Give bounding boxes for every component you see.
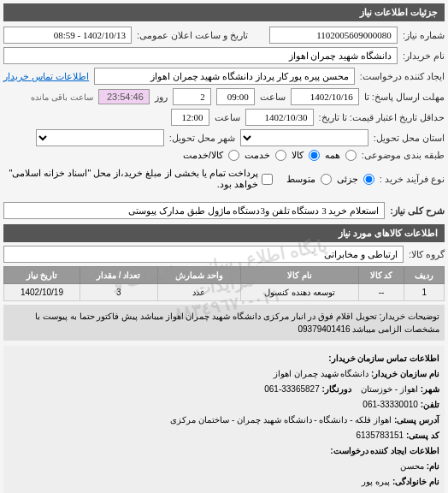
radio-mixed[interactable] bbox=[228, 150, 239, 161]
treasury-checkbox[interactable] bbox=[262, 174, 273, 185]
time-label-1: ساعت bbox=[260, 92, 286, 103]
radio-service[interactable] bbox=[275, 150, 286, 161]
number-input[interactable] bbox=[269, 27, 398, 44]
radio-service-label: خدمت bbox=[245, 150, 270, 161]
group-label: گروه کالا: bbox=[409, 249, 445, 260]
th-row: ردیف bbox=[404, 267, 445, 284]
deadline-time-input[interactable] bbox=[216, 88, 255, 105]
fax-label: دورنگار: bbox=[322, 384, 351, 394]
buyer-label: نام خریدار: bbox=[403, 50, 445, 62]
radio-goods-label: کالا bbox=[292, 150, 304, 161]
cell-row: 1 bbox=[404, 284, 445, 301]
cell-qty: 3 bbox=[80, 284, 157, 301]
deadline-label: مهلت ارسال پاسخ: تا bbox=[364, 92, 445, 103]
notes-box: توضیحات خریدار: تحویل اقلام فوق در انبار… bbox=[3, 305, 445, 341]
radio-all-label: همه bbox=[325, 150, 340, 161]
announce-input[interactable] bbox=[3, 27, 132, 44]
remaining-label: ساعت باقی مانده bbox=[31, 92, 93, 102]
city-select[interactable] bbox=[36, 129, 164, 146]
cell-code: -- bbox=[358, 284, 404, 301]
radio-mixed-label: کالا/خدمت bbox=[183, 150, 223, 161]
creator-title: اطلاعات ایجاد کننده درخواست: bbox=[330, 446, 439, 455]
address-label: آدرس پستی: bbox=[394, 415, 439, 425]
validity-date-input[interactable] bbox=[245, 109, 314, 126]
number-label: شماره نیاز: bbox=[403, 30, 445, 41]
contact-title: اطلاعات تماس سازمان خریدار: bbox=[328, 353, 439, 363]
desc-label: شرح کلی نیاز: bbox=[390, 205, 445, 217]
radio-small[interactable] bbox=[363, 174, 374, 185]
deadline-date-input[interactable] bbox=[291, 88, 359, 105]
buyer-input[interactable] bbox=[3, 47, 398, 64]
phone-value: 33330010-061 bbox=[363, 400, 418, 409]
contact-link[interactable]: اطلاعات تماس خریدار bbox=[3, 71, 89, 82]
validity-time-input[interactable] bbox=[171, 109, 209, 126]
postal-label: کد پستی: bbox=[406, 431, 439, 440]
page-header: جزئیات اطلاعات نیاز bbox=[3, 3, 445, 21]
radio-all[interactable] bbox=[345, 150, 357, 161]
fax-value: 33365827-061 bbox=[264, 384, 320, 394]
category-label: طبقه بندی موضوعی: bbox=[362, 150, 445, 161]
th-code: کد کالا bbox=[358, 267, 404, 284]
city-label: شهر: bbox=[421, 384, 439, 394]
goods-section-title: اطلاعات کالاهای مورد نیاز bbox=[3, 224, 445, 242]
delivery-city-label: شهر محل تحویل: bbox=[169, 133, 235, 144]
time-label-2: ساعت bbox=[215, 112, 240, 123]
announce-label: تاریخ و ساعت اعلان عمومی: bbox=[137, 30, 248, 41]
radio-goods[interactable] bbox=[309, 150, 320, 161]
name-label: نام: bbox=[427, 461, 439, 471]
th-qty: تعداد / مقدار bbox=[80, 267, 157, 284]
th-date: تاریخ نیاز bbox=[4, 267, 80, 284]
checkbox-label: پرداخت تمام یا بخشی از مبلغ خرید،از محل … bbox=[3, 168, 258, 190]
address-value: اهواز فلکه - دانشگاه - دانشگاه شهید چمرا… bbox=[170, 415, 392, 425]
notes-label: توضیحات خریدار: bbox=[379, 312, 439, 321]
radio-medium[interactable] bbox=[321, 174, 332, 185]
purchase-type-label: نوع فرآیند خرید : bbox=[380, 174, 445, 185]
province-value: - خوزستان bbox=[361, 384, 398, 394]
org-label: نام سازمان خریدار: bbox=[371, 369, 439, 378]
radio-medium-label: متوسط bbox=[286, 174, 315, 185]
creator-label: ایجاد کننده درخواست: bbox=[360, 71, 445, 82]
name-value: محسن bbox=[400, 461, 424, 471]
family-label: نام خانوادگی: bbox=[392, 477, 439, 486]
city-value: اهواز bbox=[400, 384, 418, 394]
cell-name: توسعه دهنده کنسول bbox=[240, 284, 358, 301]
days-input[interactable] bbox=[173, 88, 211, 105]
delivery-state-label: استان محل تحویل: bbox=[374, 133, 445, 144]
family-value: پیره پور bbox=[362, 477, 390, 486]
table-row: 1 -- توسعه دهنده کنسول عدد 3 1402/10/19 bbox=[4, 284, 445, 301]
state-select[interactable] bbox=[240, 129, 368, 146]
group-input[interactable] bbox=[3, 246, 404, 263]
desc-input[interactable] bbox=[3, 202, 385, 219]
validity-label: حداقل تاریخ اعتبار قیمت: تا تاریخ: bbox=[319, 112, 445, 123]
cell-unit: عدد bbox=[157, 284, 240, 301]
creator-input[interactable] bbox=[94, 68, 355, 85]
th-unit: واحد شمارش bbox=[157, 267, 240, 284]
radio-small-label: جزئی bbox=[337, 174, 358, 185]
contact-section: اطلاعات تماس سازمان خریدار: نام سازمان خ… bbox=[3, 346, 445, 493]
day-label: روز bbox=[155, 92, 168, 103]
cell-date: 1402/10/19 bbox=[4, 284, 80, 301]
phone-label: تلفن: bbox=[421, 400, 439, 409]
remaining-time: 23:54:46 bbox=[98, 89, 150, 104]
goods-table: ردیف کد کالا نام کالا واحد شمارش تعداد /… bbox=[3, 266, 445, 301]
org-value: دانشگاه شهید چمران اهواز bbox=[274, 369, 368, 378]
postal-value: 6135783151 bbox=[356, 431, 404, 440]
header-title: جزئیات اطلاعات نیاز bbox=[360, 7, 438, 17]
th-name: نام کالا bbox=[240, 267, 358, 284]
